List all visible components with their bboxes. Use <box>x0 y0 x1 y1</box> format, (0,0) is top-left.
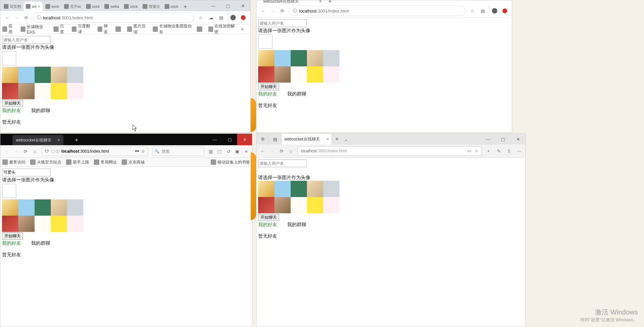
avatar-option[interactable] <box>2 199 18 216</box>
avatar-option[interactable] <box>2 83 18 99</box>
avatar-option[interactable] <box>258 66 274 83</box>
minimize-button[interactable]: — <box>206 0 221 11</box>
bookmark[interactable] <box>116 26 122 32</box>
close-icon[interactable]: × <box>38 4 41 8</box>
home-button[interactable]: ⌂ <box>30 147 40 156</box>
avatar-option[interactable] <box>51 83 67 99</box>
home-button[interactable]: ⌂ <box>286 146 296 156</box>
avatar-option[interactable] <box>323 181 339 197</box>
tab[interactable]: 关于sc <box>62 2 83 11</box>
start-chat-button[interactable]: 开始聊天 <box>258 83 279 90</box>
reading-view-icon[interactable]: ▭ <box>468 149 471 153</box>
bookmark[interactable] <box>197 26 204 32</box>
tab-preview-button[interactable]: ⧉ <box>256 134 269 145</box>
back-button[interactable]: ← <box>2 13 12 22</box>
bookmark[interactable]: 常用网址 <box>94 159 117 165</box>
close-icon[interactable]: × <box>327 137 329 141</box>
start-chat-button[interactable]: 开始聊天 <box>2 233 23 240</box>
avatar-option[interactable] <box>274 50 291 66</box>
tab[interactable]: sock <box>163 2 181 11</box>
avatar-option[interactable] <box>18 83 35 99</box>
forward-button[interactable]: → <box>268 6 277 16</box>
forward-button[interactable]: → <box>267 146 277 156</box>
avatar-option[interactable] <box>307 50 323 66</box>
shield-icon[interactable]: 🛡 <box>45 149 49 154</box>
bookmark[interactable]: 最常访问 <box>2 159 25 165</box>
tab-friends[interactable]: 我的好友 <box>258 222 277 227</box>
bookmark[interactable]: 新手上路 <box>66 159 89 165</box>
tab-groups[interactable]: 我的群聊 <box>31 240 50 246</box>
avatar-option[interactable] <box>67 67 83 83</box>
tab-active[interactable]: websocket在线聊天× <box>282 134 332 145</box>
start-chat-button[interactable]: 开始聊天 <box>2 100 23 107</box>
avatar-option[interactable] <box>258 50 274 66</box>
sidebar-icon[interactable]: ▢ <box>215 147 224 156</box>
avatar-option[interactable] <box>274 197 291 213</box>
close-button[interactable]: ✕ <box>235 0 250 11</box>
bookmark-mobile[interactable]: 移动设备上的书签 <box>211 159 250 165</box>
close-button[interactable]: ✕ <box>511 134 525 145</box>
maximize-button[interactable]: ▢ <box>496 134 511 145</box>
avatar-option[interactable] <box>51 67 67 83</box>
reload-button[interactable]: ⟳ <box>277 146 286 156</box>
new-tab-button[interactable]: + <box>181 2 190 11</box>
star-icon[interactable]: ☆ <box>141 149 145 154</box>
tab-groups[interactable]: 我的群聊 <box>31 108 50 113</box>
library-icon[interactable]: ▥ <box>206 147 215 156</box>
username-input[interactable] <box>2 36 50 44</box>
menu-icon[interactable]: ≡ <box>242 147 251 156</box>
avatar-option[interactable] <box>35 67 51 83</box>
close-button[interactable]: ✕ <box>237 134 252 145</box>
avatar-option[interactable] <box>274 66 291 83</box>
avatar-option[interactable] <box>67 199 83 216</box>
back-button[interactable]: ← <box>258 146 267 156</box>
share-icon[interactable]: ⇪ <box>504 146 514 156</box>
tab-friends[interactable]: 我的好友 <box>258 91 277 96</box>
avatar-option[interactable] <box>18 67 35 83</box>
bookmark[interactable]: 百度 <box>54 23 67 35</box>
tab-groups[interactable]: 我的群聊 <box>287 91 306 96</box>
site-info-icon[interactable]: ⓘ <box>293 8 297 14</box>
url-input[interactable]: localhost:3001/index.html ▭ ☆ <box>298 146 481 156</box>
back-button[interactable]: ← <box>258 6 268 16</box>
set-aside-button[interactable]: ▤ <box>269 134 282 145</box>
new-tab-button[interactable]: + <box>332 134 342 144</box>
extension-icon[interactable] <box>238 13 248 23</box>
notes-icon[interactable]: ✎ <box>494 146 504 156</box>
avatar-option[interactable] <box>274 181 291 197</box>
maximize-button[interactable]: ▢ <box>222 134 237 145</box>
tab[interactable]: 有道云 <box>141 2 162 11</box>
minimize-button[interactable]: — <box>207 134 222 145</box>
tab[interactable]: sock <box>122 2 140 11</box>
bookmark[interactable]: 京东商城 <box>122 159 145 165</box>
url-input[interactable]: ⓘ localhost:3001/index.html <box>289 6 465 16</box>
bookmark[interactable]: 百度翻译 <box>72 23 93 35</box>
bookmark[interactable]: 图片压缩 <box>127 23 148 35</box>
tab-friends[interactable]: 我的好友 <box>2 240 21 246</box>
star-icon[interactable]: ☆ <box>468 6 478 16</box>
close-icon[interactable]: × <box>319 0 322 4</box>
star-icon[interactable]: ☆ <box>475 149 478 153</box>
site-info-icon[interactable]: ⓘ <box>37 15 41 21</box>
cloud-icon[interactable]: ☁ <box>206 13 216 23</box>
avatar-option[interactable] <box>2 216 18 232</box>
tab[interactable]: sock <box>43 2 61 11</box>
tab-active[interactable]: websocket在线聊天× <box>13 135 63 145</box>
screenshot-icon[interactable]: ▣ <box>233 147 242 156</box>
menu-icon[interactable]: ⋯ <box>514 146 524 156</box>
minimize-button[interactable]: — <box>481 134 496 145</box>
avatar-option[interactable] <box>18 216 35 232</box>
tab-friends[interactable]: 我的好友 <box>2 108 21 113</box>
avatar-option[interactable] <box>323 50 339 66</box>
avatar-option[interactable] <box>258 181 274 197</box>
bookmark[interactable]: 在线加密解密 <box>208 23 236 35</box>
avatar-option[interactable] <box>35 199 51 216</box>
avatar-option[interactable] <box>258 197 274 213</box>
page-actions-icon[interactable]: ••• <box>135 149 139 154</box>
bookmark[interactable]: 禅道 <box>98 23 111 35</box>
avatar-option[interactable] <box>291 66 307 83</box>
qr-icon[interactable]: ▤ <box>478 6 488 16</box>
forward-button[interactable]: → <box>12 13 21 22</box>
star-icon[interactable]: ☆ <box>196 13 206 23</box>
bookmarks-overflow[interactable]: » <box>241 27 244 31</box>
